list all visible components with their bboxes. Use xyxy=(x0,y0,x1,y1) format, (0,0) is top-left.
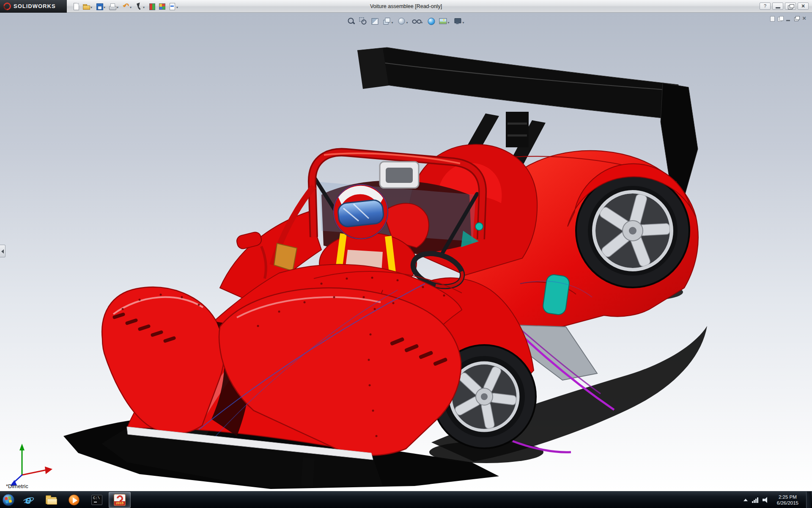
view-orientation-dropdown-caret[interactable]: ▾ xyxy=(391,21,393,25)
window-previous-button[interactable] xyxy=(769,15,776,22)
select-icon xyxy=(134,2,143,11)
apply-scene-button[interactable]: ▾ xyxy=(438,16,452,26)
window-pages-button[interactable] xyxy=(777,15,784,22)
edit-appearance-icon xyxy=(427,17,436,26)
zoom-to-fit-button[interactable] xyxy=(346,16,357,26)
close-window-button[interactable] xyxy=(798,3,809,10)
main-toolbar: ▾▾▾▾▾▾ xyxy=(71,2,180,11)
zoom-to-fit-icon xyxy=(346,17,356,26)
window-title: Voiture assemblee [Read-only] xyxy=(370,3,442,9)
undo-button[interactable]: ▾ xyxy=(121,2,134,11)
section-view-button[interactable] xyxy=(369,16,380,26)
undo-icon xyxy=(121,2,130,11)
apply-scene-dropdown-caret[interactable]: ▾ xyxy=(448,21,450,25)
hide-show-items-icon xyxy=(411,17,421,26)
start-button[interactable] xyxy=(0,491,17,508)
solidworks-version-badge: 2015 xyxy=(114,501,125,505)
file-properties-button[interactable]: ▾ xyxy=(167,2,180,11)
open-button[interactable]: ▾ xyxy=(81,2,94,11)
window-controls: ? xyxy=(760,3,812,10)
help-button[interactable]: ? xyxy=(760,3,771,10)
taskbar-clock[interactable]: 2:25 PM 6/26/2015 xyxy=(774,494,802,506)
display-style-icon xyxy=(397,17,406,26)
show-desktop-button[interactable] xyxy=(806,491,811,508)
view-orientation-label: *Dimetric xyxy=(6,483,28,489)
axis-x[interactable] xyxy=(22,470,47,475)
minimize-window-button[interactable] xyxy=(772,3,783,10)
solidworks-logo: SOLIDWORKS xyxy=(0,0,67,13)
file-explorer-button[interactable] xyxy=(40,492,62,508)
internet-explorer-button[interactable]: e xyxy=(17,492,39,508)
apply-scene-icon xyxy=(439,17,448,26)
solidworks-2015-button[interactable]: 2015 xyxy=(109,492,131,508)
display-style-button[interactable]: ▾ xyxy=(396,16,410,26)
helmet-visor xyxy=(337,199,384,228)
media-player-icon xyxy=(69,494,80,505)
new-document-icon xyxy=(72,2,80,11)
select-button[interactable]: ▾ xyxy=(134,2,147,11)
select-dropdown-caret[interactable]: ▾ xyxy=(143,6,145,9)
file-properties-dropdown-caret[interactable]: ▾ xyxy=(176,6,178,9)
restore-document-icon xyxy=(793,15,800,22)
folder-icon xyxy=(46,497,57,504)
door-window[interactable] xyxy=(542,274,570,316)
dassault-systemes-logo-icon xyxy=(2,1,12,11)
restore-window-button[interactable] xyxy=(785,3,796,10)
file-properties-icon xyxy=(168,2,176,11)
close-document-button[interactable] xyxy=(801,15,808,22)
undo-dropdown-caret[interactable]: ▾ xyxy=(130,6,132,9)
new-document-button[interactable] xyxy=(71,2,81,11)
view-settings-dropdown-caret[interactable]: ▾ xyxy=(463,21,464,25)
system-tray: 2:25 PM 6/26/2015 xyxy=(743,491,812,508)
minimize-document-button[interactable] xyxy=(785,15,792,22)
color-swatch-button[interactable] xyxy=(157,2,167,11)
view-settings-button[interactable]: ▾ xyxy=(453,16,466,26)
save-button[interactable]: ▾ xyxy=(94,2,107,11)
tray-expand-icon[interactable] xyxy=(743,499,748,501)
document-window-controls xyxy=(769,15,808,22)
restore-document-button[interactable] xyxy=(793,15,800,22)
rebuild-button[interactable] xyxy=(147,2,157,11)
close-document-icon xyxy=(801,15,808,22)
clock-date: 6/26/2015 xyxy=(777,500,798,506)
window-pages-icon xyxy=(777,15,784,22)
view-orientation-icon xyxy=(382,17,391,26)
print-dropdown-caret[interactable]: ▾ xyxy=(117,6,118,9)
save-dropdown-caret[interactable]: ▾ xyxy=(104,6,105,9)
driver-helmet[interactable] xyxy=(334,185,388,239)
edit-appearance-button[interactable] xyxy=(426,16,437,26)
clock-time: 2:25 PM xyxy=(777,494,798,500)
color-swatch-icon xyxy=(158,2,166,11)
hide-show-items-button[interactable]: ▾ xyxy=(411,16,425,26)
teal-fitting xyxy=(475,223,483,230)
zoom-to-area-icon xyxy=(358,17,368,26)
window-previous-icon xyxy=(769,15,776,22)
volume-icon[interactable] xyxy=(763,497,769,503)
print-icon xyxy=(108,2,117,11)
command-prompt-icon: C:\ xyxy=(91,495,102,505)
open-icon xyxy=(82,2,91,11)
view-orientation-button[interactable]: ▾ xyxy=(381,16,395,26)
taskbar: e C:\ 2015 2:25 PM 6/26/2015 xyxy=(0,491,812,508)
titlebar: SOLIDWORKS ▾▾▾▾▾▾ Voiture assemblee [Rea… xyxy=(0,0,812,13)
section-view-icon xyxy=(370,17,379,26)
display-style-dropdown-caret[interactable]: ▾ xyxy=(406,21,408,25)
car-model[interactable] xyxy=(0,13,812,491)
minimize-document-icon xyxy=(785,15,792,22)
panel-collapse-arrow[interactable] xyxy=(0,245,5,257)
network-icon[interactable] xyxy=(752,497,758,503)
headsup-view-toolbar: ▾▾▾▾▾ xyxy=(346,16,466,26)
brand-text: SOLIDWORKS xyxy=(14,3,56,9)
media-player-button[interactable] xyxy=(63,492,85,508)
reference-triad[interactable] xyxy=(10,444,52,486)
rebuild-icon xyxy=(148,2,156,11)
graphics-viewport[interactable]: ▾▾▾▾▾ *Dimetric xyxy=(0,13,812,491)
save-icon xyxy=(95,2,104,11)
open-dropdown-caret[interactable]: ▾ xyxy=(91,6,92,9)
command-prompt-button[interactable]: C:\ xyxy=(86,492,108,508)
print-button[interactable]: ▾ xyxy=(107,2,121,11)
view-settings-icon xyxy=(453,17,463,26)
wing-bracket xyxy=(506,112,529,147)
solidworks-app-icon: 2015 xyxy=(114,494,126,506)
zoom-to-area-button[interactable] xyxy=(357,16,368,26)
